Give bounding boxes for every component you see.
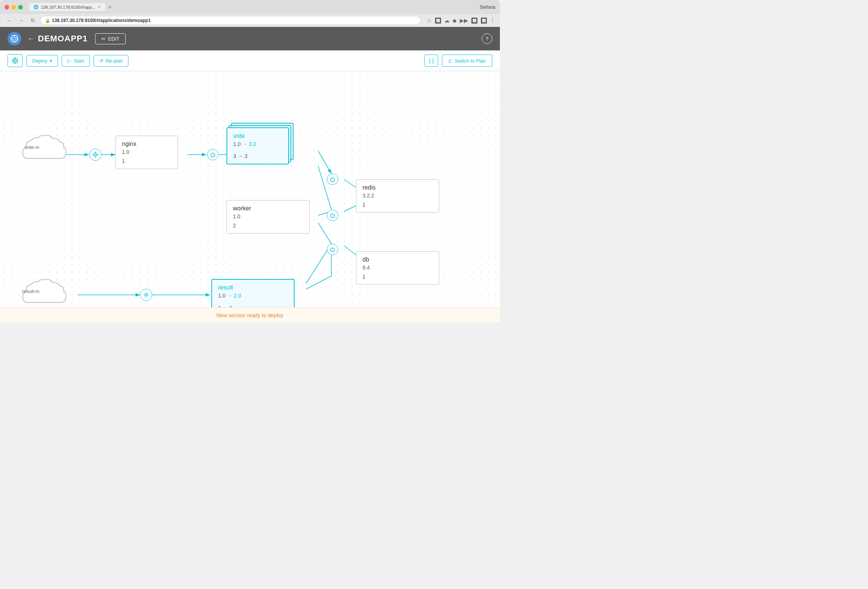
- minimize-button[interactable]: [11, 5, 16, 9]
- extension-icon-5[interactable]: 🔲: [471, 17, 478, 23]
- vote-upper-connector: [327, 174, 338, 185]
- svg-point-33: [144, 293, 148, 297]
- nginx-version: 1.0: [122, 149, 172, 155]
- svg-point-7: [14, 60, 16, 62]
- svg-point-30: [94, 154, 97, 156]
- nginx-node[interactable]: nginx 1.0 1: [116, 136, 178, 169]
- start-button[interactable]: ▷ Start: [62, 55, 89, 67]
- deploy-button[interactable]: Deploy ▾: [27, 55, 58, 67]
- code-view-button[interactable]: { }: [425, 55, 438, 67]
- topology-view-button[interactable]: [8, 54, 23, 67]
- tab-title: 138.197.30.178:8100/#/app...: [41, 5, 95, 9]
- maximize-button[interactable]: [18, 5, 23, 9]
- worker-count: 2: [233, 222, 303, 229]
- app-toolbar: Deploy ▾ ▷ Start ↺ Re-plan { } ⊏ Switch …: [0, 50, 500, 71]
- db-node[interactable]: db 9.4 1: [356, 251, 439, 285]
- svg-line-27: [306, 276, 331, 289]
- result-in-gear-connector: [140, 289, 152, 301]
- svg-line-20: [318, 166, 331, 210]
- browser-toolbar-icons: ☆ 🔲 ☁ ◆ ▶▶ 🔲 🔲 ⋮: [427, 17, 495, 23]
- deploy-dropdown-icon: ▾: [50, 58, 52, 64]
- app-title: DEMOAPP1: [38, 34, 87, 44]
- redis-version: 3.2.2: [362, 193, 433, 199]
- address-text: 138.197.30.178:8100/#/applications/demoa…: [52, 18, 151, 23]
- traffic-lights: [5, 5, 23, 9]
- nginx-vote-connector: [207, 149, 219, 160]
- edit-icon: ✏: [101, 36, 106, 42]
- back-button[interactable]: ←: [5, 17, 14, 24]
- extension-icon-2[interactable]: ☁: [444, 17, 450, 23]
- nginx-name: nginx: [122, 141, 172, 147]
- nginx-count: 1: [122, 158, 172, 164]
- redis-node[interactable]: redis 3.2.2 1: [356, 179, 439, 213]
- new-tab-button[interactable]: +: [108, 4, 112, 11]
- result-count: 1 → 1: [218, 305, 288, 307]
- vote-in-node: vote-in: [19, 134, 68, 169]
- vote-name: vote: [233, 133, 282, 139]
- start-icon: ▷: [67, 58, 71, 64]
- svg-point-31: [93, 152, 98, 157]
- result-node[interactable]: result 1.0 → 2.0 1 → 1: [211, 279, 295, 307]
- back-nav-icon[interactable]: ←: [27, 35, 34, 43]
- redis-name: redis: [362, 184, 433, 191]
- worker-name: worker: [233, 205, 303, 212]
- switch-to-plan-button[interactable]: ⊏ Switch to Plan: [442, 55, 492, 67]
- tab-bar: 🌐 138.197.30.178:8100/#/app... ✕ +: [29, 3, 477, 11]
- extension-icon-1[interactable]: 🔲: [435, 17, 441, 23]
- user-label: Stefana: [480, 5, 495, 10]
- vote-node[interactable]: vote 1.0 → 2.0 3 → 3: [226, 127, 289, 164]
- db-version: 9.4: [362, 265, 433, 271]
- result-version: 1.0 → 2.0: [218, 293, 288, 299]
- edit-button[interactable]: ✏ EDIT: [95, 33, 126, 44]
- bookmark-icon[interactable]: ☆: [427, 17, 432, 23]
- app-header: ← DEMOAPP1 ✏ EDIT ?: [0, 27, 500, 50]
- help-button[interactable]: ?: [482, 33, 492, 44]
- svg-line-18: [318, 151, 331, 174]
- replan-button[interactable]: ↺ Re-plan: [94, 55, 129, 67]
- address-bar[interactable]: 🔒 138.197.30.178:8100/#/applications/dem…: [40, 16, 421, 25]
- worker-version: 1.0: [233, 213, 303, 219]
- worker-node[interactable]: worker 1.0 2: [226, 200, 310, 233]
- result-in-node: result-in: [19, 278, 68, 307]
- extension-icon-6[interactable]: 🔲: [481, 17, 487, 23]
- vote-version: 1.0 → 2.0: [233, 141, 282, 147]
- worker-upper-connector: [327, 210, 338, 221]
- forward-button[interactable]: →: [17, 17, 26, 24]
- redis-count: 1: [362, 202, 433, 208]
- lock-icon: 🔒: [45, 18, 50, 23]
- browser-addressbar: ← → ↻ 🔒 138.197.30.178:8100/#/applicatio…: [0, 14, 500, 27]
- close-button[interactable]: [5, 5, 9, 9]
- result-name: result: [218, 284, 288, 291]
- menu-icon[interactable]: ⋮: [490, 17, 495, 23]
- db-count: 1: [362, 274, 433, 280]
- vote-count: 3 → 3: [233, 153, 282, 159]
- status-message: New version ready to deploy: [217, 312, 284, 318]
- refresh-button[interactable]: ↻: [29, 17, 37, 24]
- replan-icon: ↺: [99, 58, 103, 64]
- db-name: db: [362, 256, 433, 263]
- vote-in-label: vote-in: [25, 144, 39, 150]
- app: ← DEMOAPP1 ✏ EDIT ? Deploy ▾ ▷: [0, 27, 500, 323]
- extension-icon-3[interactable]: ◆: [453, 17, 457, 23]
- tab-favicon: 🌐: [33, 5, 39, 9]
- toolbar-right: { } ⊏ Switch to Plan: [425, 55, 492, 67]
- worker-lower-connector: [327, 244, 338, 255]
- svg-line-24: [318, 223, 331, 244]
- extension-icon-4[interactable]: ▶▶: [460, 17, 468, 23]
- diagram-canvas: vote-in nginx 1.0 1: [0, 71, 500, 307]
- app-logo: [8, 32, 21, 45]
- browser-titlebar: 🌐 138.197.30.178:8100/#/app... ✕ + Stefa…: [0, 0, 500, 14]
- vote-in-gear-connector: [89, 149, 101, 161]
- svg-point-32: [145, 294, 147, 296]
- active-tab[interactable]: 🌐 138.197.30.178:8100/#/app... ✕: [29, 3, 105, 11]
- result-in-label: result-in: [22, 288, 39, 294]
- tab-close-icon[interactable]: ✕: [98, 5, 101, 9]
- status-bar: New version ready to deploy: [0, 307, 500, 323]
- svg-point-1: [13, 37, 16, 40]
- switch-icon: ⊏: [448, 58, 453, 64]
